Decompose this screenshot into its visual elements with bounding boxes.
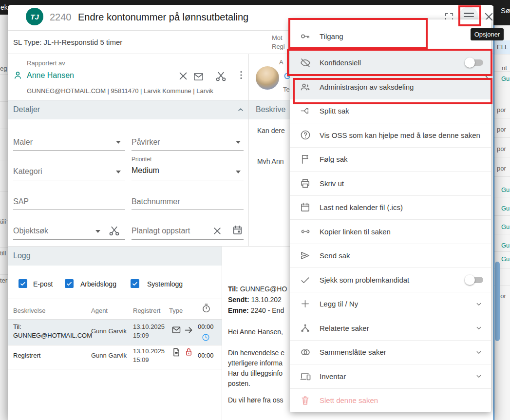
description-section-header[interactable]: Beskrive: [248, 100, 290, 119]
dropdown-arrow-icon[interactable]: [236, 171, 241, 173]
menu-item-legg-til-ny[interactable]: Legg til / Ny: [290, 292, 491, 316]
meta-label-registrert: Regi: [272, 42, 289, 51]
bg-fragment: por: [497, 145, 506, 153]
lock-icon: [184, 347, 193, 357]
tooltip: Opsjoner: [471, 28, 504, 40]
menu-item-slett-saken[interactable]: Slett denne saken: [290, 388, 491, 413]
dropdown-arrow-icon[interactable]: [236, 141, 241, 144]
devices-icon: [300, 370, 311, 382]
clear-icon[interactable]: [212, 226, 222, 236]
more-options-icon[interactable]: [236, 70, 246, 80]
checkbox-epost[interactable]: [19, 279, 27, 288]
chevron-down-icon: [474, 300, 483, 308]
tools-icon[interactable]: [215, 70, 227, 82]
checkbox-arbeidslogg[interactable]: [65, 279, 74, 288]
tools-icon[interactable]: [108, 225, 120, 237]
email-sent-line: Sendt: 13.10.202: [228, 296, 282, 304]
column-header-agent[interactable]: Agent: [91, 307, 108, 314]
app-logo: TJ: [26, 8, 43, 25]
filter-label-arbeidslogg: Arbeidslogg: [80, 280, 116, 288]
field-pavirker[interactable]: Påvirker: [132, 138, 160, 147]
timer-icon: [201, 303, 211, 313]
description-body-line: Mvh Ann: [257, 157, 283, 165]
email-body-line: Din henvendelse e: [228, 349, 284, 357]
field-planlagt-oppstart[interactable]: Planlagt oppstart: [132, 227, 190, 235]
toggle-konfidensiell[interactable]: [467, 59, 483, 66]
flag-icon: [300, 153, 311, 165]
menu-item-kopier-link[interactable]: Kopier linken til saken: [290, 219, 491, 244]
column-header-registrert[interactable]: Registrert: [133, 307, 160, 314]
field-maler[interactable]: Maler: [13, 138, 33, 147]
email-icon[interactable]: [193, 71, 204, 82]
log-desc-line1: Til:: [13, 323, 21, 330]
menu-item-label: Skriv ut: [320, 179, 483, 188]
menu-item-konfidensiell[interactable]: Konfidensiell: [290, 50, 491, 75]
person-icon: [13, 70, 23, 80]
menu-item-label: Slett denne saken: [320, 396, 483, 404]
menu-item-last-ned-kalender[interactable]: Last ned kalender fil (.ics): [290, 195, 491, 220]
scrollbar-thumb[interactable]: [495, 262, 500, 341]
page-title: Endre kontonummer på lønnsutbetaling: [78, 12, 248, 23]
toggle-problemkandidat[interactable]: [467, 277, 483, 283]
dropdown-arrow-icon[interactable]: [95, 230, 100, 233]
email-footer-line: Du vil høre fra oss: [228, 396, 283, 404]
split-icon: [300, 105, 311, 116]
log-desc-line2: GUNNEG@HOTMAIL.COM: [13, 332, 92, 339]
log-desc-line1[interactable]: Registrert: [13, 352, 40, 359]
field-sap[interactable]: SAP: [13, 197, 29, 206]
bg-fragment: Gu: [501, 186, 510, 193]
eye-off-icon: [300, 57, 311, 69]
reporter-details: GUNNEG@HOTMAIL.COM | 95811470 | Larvik K…: [27, 87, 213, 95]
details-section-header[interactable]: Detaljer: [8, 100, 248, 119]
field-batchnummer[interactable]: Batchnummer: [132, 197, 180, 206]
menu-item-send-sak[interactable]: Send sak: [290, 244, 491, 268]
log-agent: Gunn Garvik: [91, 327, 127, 335]
menu-item-vis-oss[interactable]: Vis OSS som kan hjelpe med å løse denne …: [290, 123, 491, 147]
email-subject-value: 2240 - End: [251, 306, 284, 314]
bg-fragment: till: [0, 249, 6, 257]
menu-item-folg-sak[interactable]: Følg sak: [290, 147, 491, 172]
remove-reporter-icon[interactable]: [178, 71, 189, 81]
menu-item-label: Vis OSS som kan hjelpe med å løse denne …: [320, 131, 483, 139]
help-icon: [300, 129, 311, 141]
log-date: 13.10.2025: [133, 347, 165, 355]
menu-item-inventar[interactable]: Inventar: [290, 364, 491, 388]
field-kategori[interactable]: Kategori: [13, 167, 42, 176]
trash-icon: [300, 395, 311, 406]
people-icon: [300, 81, 311, 93]
column-header-type[interactable]: Type: [169, 307, 183, 314]
checkbox-systemlogg[interactable]: [131, 279, 139, 288]
menu-item-problemkandidat[interactable]: Sjekk som problemkandidat: [290, 267, 491, 292]
key-icon: [300, 31, 311, 42]
menu-item-label: Splitt sak: [320, 107, 483, 115]
field-prioritet-value[interactable]: Medium: [132, 166, 159, 175]
email-body-line: posten.: [228, 380, 250, 387]
chevron-up-icon[interactable]: [237, 106, 245, 114]
send-icon: [300, 250, 311, 261]
reporter-name-link[interactable]: Anne Hansen: [27, 71, 74, 80]
merged-circles-icon: [300, 346, 311, 358]
log-section-header[interactable]: Logg: [8, 246, 222, 266]
email-sent-label: Sendt:: [228, 296, 249, 304]
menu-item-splitt-sak[interactable]: Splitt sak: [290, 99, 491, 123]
menu-item-sammenslatte-saker[interactable]: Sammenslåtte saker: [290, 340, 491, 364]
menu-item-administrasjon-saksdeling[interactable]: Administrasjon av saksdeling: [290, 75, 491, 99]
bg-fragment: por: [497, 126, 506, 133]
sl-type-label: SL Type: JL-H-Responstid 5 timer: [13, 38, 122, 46]
document-type-icon: [171, 347, 181, 357]
column-header-beskrivelse[interactable]: Beskrivelse: [13, 307, 45, 314]
assignee-team: Te: [283, 86, 290, 93]
dropdown-arrow-icon[interactable]: [116, 171, 121, 173]
chevron-down-icon: [474, 348, 483, 357]
field-objektsok[interactable]: Objektsøk: [13, 227, 48, 235]
bg-fragment: por: [497, 106, 506, 114]
menu-item-relaterte-saker[interactable]: Relaterte saker: [290, 316, 491, 340]
menu-item-tilgang[interactable]: Tilgang: [290, 22, 491, 50]
email-type-icon: [171, 325, 181, 335]
menu-item-label: Tilgang: [320, 32, 483, 40]
calendar-icon[interactable]: [232, 225, 243, 236]
email-body-line: ytterligere informa: [228, 359, 283, 367]
dropdown-arrow-icon[interactable]: [116, 141, 121, 144]
menu-item-skriv-ut[interactable]: Skriv ut: [290, 171, 491, 195]
collapse-chevron-icon[interactable]: ‹: [485, 71, 489, 81]
